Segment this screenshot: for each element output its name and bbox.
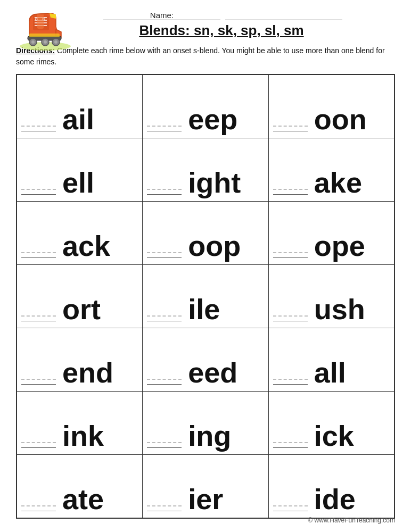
solid-baseline bbox=[273, 131, 308, 131]
name-label: Name: bbox=[103, 11, 220, 20]
rime-area-5-1: ing bbox=[188, 421, 268, 454]
blends-grid: aileepoonellightakeackoopopeortileushend… bbox=[16, 74, 395, 519]
onset-area-5-1[interactable] bbox=[143, 439, 188, 454]
solid-baseline bbox=[273, 511, 308, 511]
skate-illustration bbox=[16, 8, 75, 51]
onset-area-6-0[interactable] bbox=[17, 502, 62, 518]
rime-area-5-2: ick bbox=[314, 421, 394, 454]
dashed-writing-line bbox=[273, 379, 308, 380]
onset-area-0-0[interactable] bbox=[17, 122, 62, 138]
onset-area-3-2[interactable] bbox=[269, 312, 314, 328]
rime-text-1-2: ake bbox=[314, 168, 362, 197]
onset-area-4-1[interactable] bbox=[143, 376, 188, 391]
solid-baseline bbox=[147, 447, 182, 448]
onset-area-4-0[interactable] bbox=[17, 376, 62, 391]
svg-rect-17 bbox=[29, 34, 60, 37]
solid-baseline bbox=[21, 257, 56, 258]
rime-text-3-0: ort bbox=[62, 295, 101, 323]
rime-text-5-1: ing bbox=[188, 421, 231, 450]
grid-cell-1-1: ight bbox=[143, 138, 269, 202]
grid-cell-0-0: ail bbox=[17, 74, 143, 138]
rime-area-6-2: ide bbox=[314, 485, 394, 518]
dashed-writing-line bbox=[21, 315, 56, 317]
rime-text-2-1: oop bbox=[188, 231, 241, 260]
solid-baseline bbox=[147, 511, 182, 511]
dashed-writing-line bbox=[21, 189, 56, 190]
onset-area-2-2[interactable] bbox=[269, 249, 314, 264]
rime-area-1-0: ell bbox=[62, 168, 142, 201]
worksheet-title: Blends: sn, sk, sp, sl, sm bbox=[101, 22, 342, 39]
grid-cell-4-1: eed bbox=[143, 328, 269, 392]
grid-cell-6-2: ide bbox=[268, 455, 394, 519]
rime-area-1-1: ight bbox=[188, 168, 268, 201]
solid-baseline bbox=[147, 257, 182, 258]
rime-area-3-2: ush bbox=[314, 295, 394, 328]
rime-area-0-0: ail bbox=[62, 105, 142, 138]
onset-area-1-2[interactable] bbox=[269, 186, 314, 201]
header-center: Name: Blends: sn, sk, sp, sl, sm bbox=[101, 11, 342, 39]
dashed-writing-line bbox=[21, 379, 56, 380]
rime-text-3-2: ush bbox=[314, 295, 365, 323]
footer: © www.HaveFunTeaching.com bbox=[308, 517, 395, 524]
rime-text-6-1: ier bbox=[188, 485, 223, 513]
dashed-writing-line bbox=[147, 126, 182, 127]
solid-baseline bbox=[21, 194, 56, 195]
rime-text-0-1: eep bbox=[188, 105, 237, 134]
grid-cell-5-1: ing bbox=[143, 392, 269, 455]
onset-area-1-0[interactable] bbox=[17, 186, 62, 201]
solid-baseline bbox=[273, 447, 308, 448]
dashed-writing-line bbox=[147, 189, 182, 190]
onset-area-6-1[interactable] bbox=[143, 502, 188, 518]
solid-baseline bbox=[273, 257, 308, 258]
dashed-writing-line bbox=[273, 505, 308, 506]
rime-area-0-2: oon bbox=[314, 105, 394, 138]
onset-area-2-1[interactable] bbox=[143, 249, 188, 264]
rime-area-5-0: ink bbox=[62, 421, 142, 454]
dashed-writing-line bbox=[21, 442, 56, 443]
rime-text-0-0: ail bbox=[62, 105, 94, 134]
rime-text-2-0: ack bbox=[62, 231, 110, 260]
solid-baseline bbox=[21, 131, 56, 131]
grid-cell-6-1: ier bbox=[143, 455, 269, 519]
grid-cell-6-0: ate bbox=[17, 455, 143, 519]
rime-text-4-1: eed bbox=[188, 358, 237, 387]
rime-text-6-0: ate bbox=[62, 485, 104, 513]
rime-text-2-2: ope bbox=[314, 231, 365, 260]
onset-area-2-0[interactable] bbox=[17, 249, 62, 264]
rime-area-4-2: all bbox=[314, 358, 394, 391]
dashed-writing-line bbox=[147, 379, 182, 380]
onset-area-1-1[interactable] bbox=[143, 186, 188, 201]
name-field-label: Name: bbox=[101, 11, 342, 20]
header: Name: Blends: sn, sk, sp, sl, sm bbox=[16, 11, 395, 39]
grid-cell-1-2: ake bbox=[268, 138, 394, 202]
dashed-writing-line bbox=[21, 252, 56, 253]
rime-area-2-0: ack bbox=[62, 231, 142, 264]
onset-area-5-0[interactable] bbox=[17, 439, 62, 454]
onset-area-3-1[interactable] bbox=[143, 312, 188, 328]
solid-baseline bbox=[273, 321, 308, 321]
grid-cell-4-2: all bbox=[268, 328, 394, 392]
onset-area-0-2[interactable] bbox=[269, 122, 314, 138]
rime-area-6-1: ier bbox=[188, 485, 268, 518]
onset-area-5-2[interactable] bbox=[269, 439, 314, 454]
onset-area-3-0[interactable] bbox=[17, 312, 62, 328]
onset-area-0-1[interactable] bbox=[143, 122, 188, 138]
rime-area-0-1: eep bbox=[188, 105, 268, 138]
grid-cell-0-1: eep bbox=[143, 74, 269, 138]
rime-area-3-0: ort bbox=[62, 295, 142, 328]
footer-text: © www.HaveFunTeaching.com bbox=[308, 517, 395, 524]
onset-area-6-2[interactable] bbox=[269, 502, 314, 518]
rime-area-4-0: end bbox=[62, 358, 142, 391]
solid-baseline bbox=[21, 511, 56, 511]
dashed-writing-line bbox=[21, 505, 56, 506]
dashed-writing-line bbox=[273, 126, 308, 127]
name-underline bbox=[225, 11, 342, 20]
worksheet-page: Name: Blends: sn, sk, sp, sl, sm Directi… bbox=[0, 0, 411, 532]
dashed-writing-line bbox=[273, 442, 308, 443]
rime-text-3-1: ile bbox=[188, 295, 220, 323]
solid-baseline bbox=[273, 384, 308, 385]
onset-area-4-2[interactable] bbox=[269, 376, 314, 391]
solid-baseline bbox=[147, 131, 182, 131]
grid-cell-1-0: ell bbox=[17, 138, 143, 202]
rime-area-3-1: ile bbox=[188, 295, 268, 328]
